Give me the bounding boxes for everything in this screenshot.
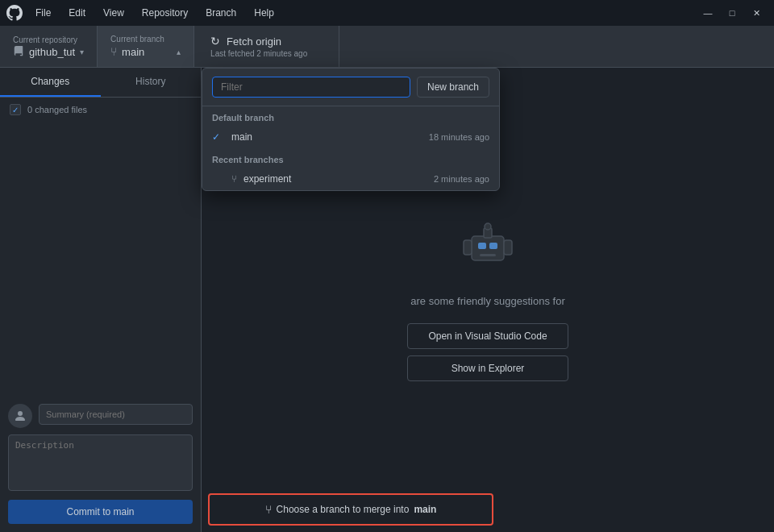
- menu-bar: File Edit View Repository Branch Help: [27, 4, 282, 22]
- branch-dropdown[interactable]: New branch Default branch ✓ main 18 minu…: [202, 68, 500, 191]
- current-repo-value: github_tut ▾: [13, 46, 84, 58]
- select-all-checkbox[interactable]: ✓: [10, 104, 21, 115]
- recent-branches-section-label: Recent branches: [202, 148, 499, 168]
- avatar: [8, 404, 32, 428]
- current-repo-button[interactable]: Current repository github_tut ▾: [0, 26, 98, 67]
- summary-input[interactable]: [39, 404, 193, 425]
- fetch-label: ↻ Fetch origin: [210, 35, 322, 48]
- branch-time-main: 18 minutes ago: [429, 132, 489, 142]
- branch-item-main[interactable]: ✓ main 18 minutes ago: [202, 126, 499, 148]
- branch-name-main: main: [231, 131, 422, 143]
- menu-repository[interactable]: Repository: [134, 4, 196, 22]
- sidebar: Changes History ✓ 0 changed files Commit…: [0, 68, 202, 532]
- new-branch-button[interactable]: New branch: [417, 77, 489, 98]
- menu-branch[interactable]: Branch: [198, 4, 244, 22]
- title-bar-left: File Edit View Repository Branch Help: [6, 4, 282, 22]
- maximize-button[interactable]: □: [721, 4, 743, 22]
- avatar-row: [8, 404, 193, 428]
- dropdown-header: New branch: [202, 69, 499, 106]
- svg-rect-1: [478, 243, 486, 249]
- sidebar-tabs: Changes History: [0, 68, 201, 98]
- branch-name-experiment: experiment: [243, 173, 427, 185]
- toolbar: Current repository github_tut ▾ Current …: [0, 26, 774, 68]
- show-explorer-button[interactable]: Show in Explorer: [407, 355, 568, 381]
- branch-time-experiment: 2 minutes ago: [434, 174, 489, 184]
- description-input[interactable]: [8, 434, 193, 491]
- current-branch-button[interactable]: Current branch ⑂ main ▴: [98, 26, 194, 67]
- open-vscode-button[interactable]: Open in Visual Studio Code: [407, 323, 568, 349]
- current-branch-value: ⑂ main ▴: [110, 45, 181, 58]
- changes-list-empty: [0, 122, 201, 396]
- branch-icon: ⑂: [110, 45, 117, 58]
- tab-changes[interactable]: Changes: [0, 68, 101, 97]
- branch-filter-input[interactable]: [212, 77, 410, 98]
- menu-edit[interactable]: Edit: [60, 4, 94, 22]
- current-branch-label: Current branch: [110, 35, 181, 44]
- svg-rect-6: [464, 240, 472, 255]
- robot-svg: [456, 212, 520, 276]
- svg-rect-0: [472, 236, 504, 260]
- commit-button[interactable]: Commit to main: [8, 500, 193, 524]
- svg-rect-3: [480, 254, 496, 256]
- github-logo-icon: [6, 5, 23, 21]
- changes-header: ✓ 0 changed files: [0, 98, 201, 122]
- svg-rect-2: [489, 243, 497, 249]
- repo-icon: [13, 46, 24, 57]
- branch-item-experiment[interactable]: ⑂ experiment 2 minutes ago: [202, 168, 499, 190]
- dropdown-body: Default branch ✓ main 18 minutes ago Rec…: [202, 106, 499, 190]
- robot-illustration: [407, 212, 568, 279]
- menu-file[interactable]: File: [27, 4, 59, 22]
- current-repo-label: Current repository: [13, 35, 84, 44]
- svg-rect-7: [504, 240, 512, 255]
- menu-help[interactable]: Help: [246, 4, 282, 22]
- fetch-origin-button[interactable]: ↻ Fetch origin Last fetched 2 minutes ag…: [194, 26, 339, 67]
- title-bar: File Edit View Repository Branch Help — …: [0, 0, 774, 26]
- commit-area: Commit to main: [0, 396, 201, 532]
- menu-view[interactable]: View: [95, 4, 132, 22]
- minimize-button[interactable]: —: [697, 4, 719, 22]
- changed-files-count: 0 changed files: [27, 105, 87, 114]
- fetch-icon: ↻: [210, 35, 220, 48]
- fetch-sublabel: Last fetched 2 minutes ago: [210, 49, 322, 58]
- tab-history[interactable]: History: [101, 68, 202, 97]
- close-button[interactable]: ✕: [745, 4, 768, 22]
- window-controls: — □ ✕: [697, 4, 768, 22]
- content-inner: are some friendly suggestions for Open i…: [375, 180, 601, 420]
- default-branch-section-label: Default branch: [202, 106, 499, 126]
- suggestions-text: are some friendly suggestions for: [407, 295, 568, 307]
- repo-dropdown-arrow: ▾: [80, 48, 84, 56]
- svg-point-5: [485, 223, 491, 230]
- branch-dropdown-arrow-up: ▴: [177, 48, 181, 56]
- branch-empty-check: [212, 173, 225, 185]
- branch-type-icon: ⑂: [231, 173, 237, 185]
- branch-selected-check: ✓: [212, 131, 225, 143]
